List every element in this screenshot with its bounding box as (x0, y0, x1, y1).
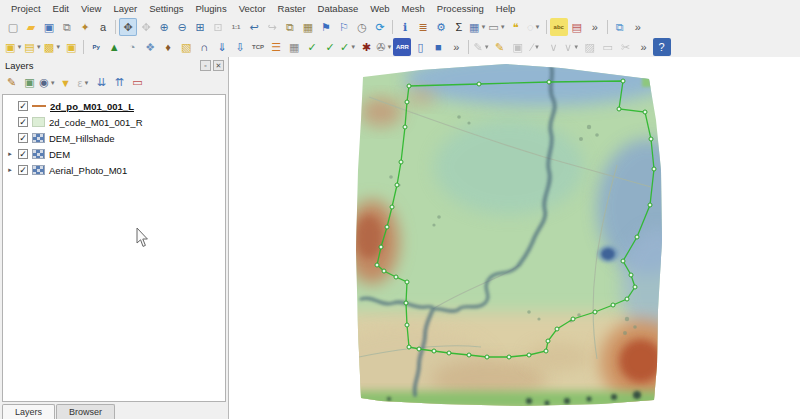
menu-mesh[interactable]: Mesh (396, 2, 431, 15)
menu-web[interactable]: Web (364, 2, 395, 15)
menu-settings[interactable]: Settings (143, 2, 189, 15)
check-geometry-one-button[interactable]: ✓▼ (339, 38, 357, 56)
arr-tool-button[interactable]: ARR (393, 38, 411, 56)
collapse-all-button[interactable]: ⇈ (111, 74, 128, 91)
toolbar-overflow-3-button[interactable]: » (447, 38, 465, 56)
new-spatial-bookmark-button[interactable]: ⚑ (317, 18, 335, 36)
plugin-shield-button[interactable]: ♦ (159, 38, 177, 56)
layer-name[interactable]: 2d_code_M01_001_R (49, 117, 143, 128)
layer-visibility-checkbox[interactable]: ✓ (18, 165, 28, 175)
map-canvas[interactable] (228, 57, 800, 419)
statistical-summary-button[interactable]: ≣ (414, 18, 432, 36)
locator-search-button[interactable]: ◌▼ (525, 18, 543, 36)
attachments-button[interactable]: ✇▼ (375, 38, 393, 56)
zoom-full-extent-button[interactable]: ⊞ (191, 18, 209, 36)
layer-diagram-button[interactable]: ▤ (568, 18, 586, 36)
plugin-arch-button[interactable]: ∩ (195, 38, 213, 56)
menu-layer[interactable]: Layer (107, 2, 143, 15)
menu-help[interactable]: Help (490, 2, 522, 15)
dropdown-arrow-icon[interactable]: ▼ (535, 24, 541, 30)
select-features-button[interactable]: ▣▼ (4, 38, 23, 56)
zoom-in-button[interactable]: ⊕ (155, 18, 173, 36)
float-panel-button[interactable]: ▫ (200, 60, 211, 71)
menu-project[interactable]: Project (5, 2, 47, 15)
blue-panel-tool-button[interactable]: ■ (429, 38, 447, 56)
plugin-terrain-button[interactable]: ▲ (105, 38, 123, 56)
data-source-manager-button[interactable]: ⧉ (611, 18, 629, 36)
zoom-out-button[interactable]: ⊖ (173, 18, 191, 36)
toolbar-overflow-4-button[interactable]: » (635, 38, 653, 56)
zoom-native-button[interactable]: 1:1 (227, 18, 245, 36)
new-map-view-button[interactable]: ⧉ (281, 18, 299, 36)
tab-layers[interactable]: Layers (2, 404, 55, 419)
download-layer-button[interactable]: ⇓ (213, 38, 231, 56)
dropdown-arrow-icon[interactable]: ▼ (55, 44, 61, 50)
tcp-connect-button[interactable]: TCP (249, 38, 267, 56)
add-group-button[interactable]: ▣ (21, 74, 38, 91)
dropdown-arrow-icon[interactable]: ▼ (573, 44, 579, 50)
temporal-controller-button[interactable]: ◷ (353, 18, 371, 36)
layer-name[interactable]: 2d_po_M01_001_L (50, 101, 134, 112)
show-statistics-button[interactable]: Σ (450, 18, 468, 36)
report-document-button[interactable]: ▯ (411, 38, 429, 56)
open-project-button[interactable]: ▰ (22, 18, 40, 36)
map-tips-button[interactable]: ❝ (507, 18, 525, 36)
bug-reporter-button[interactable]: ✱ (357, 38, 375, 56)
layer-row[interactable]: ✓2d_po_M01_001_L (3, 98, 225, 114)
remove-layer-button[interactable]: ▭ (129, 74, 146, 91)
menu-vector[interactable]: Vector (233, 2, 272, 15)
menu-view[interactable]: View (75, 2, 107, 15)
plugin-cube-button[interactable]: ▧ (177, 38, 195, 56)
menu-database[interactable]: Database (312, 2, 365, 15)
toggle-editing-button[interactable]: ✎ (491, 38, 509, 56)
layer-row[interactable]: ✓2d_code_M01_001_R (3, 114, 225, 130)
layer-visibility-checkbox[interactable]: ✓ (18, 133, 28, 143)
dropdown-arrow-icon[interactable]: ▼ (500, 24, 506, 30)
dropdown-arrow-icon[interactable]: ▼ (480, 24, 486, 30)
new-project-button[interactable]: ▢ (4, 18, 22, 36)
menu-raster[interactable]: Raster (272, 2, 312, 15)
select-features-by-value-button[interactable]: ▤▼ (23, 38, 42, 56)
close-panel-button[interactable]: ✕ (213, 60, 224, 71)
zoom-last-button[interactable]: ↩ (245, 18, 263, 36)
dropdown-arrow-icon[interactable]: ▼ (386, 44, 392, 50)
dropdown-arrow-icon[interactable]: ▼ (350, 44, 356, 50)
manage-map-themes-button[interactable]: ◉▼ (39, 74, 56, 91)
tab-browser[interactable]: Browser (56, 404, 115, 419)
processing-toolbox-button[interactable]: ⚙ (432, 18, 450, 36)
import-vector-button[interactable]: ⇩ (231, 38, 249, 56)
dropdown-arrow-icon[interactable]: ▼ (484, 44, 490, 50)
expander-icon[interactable]: ▸ (6, 166, 14, 174)
check-geometry-star-button[interactable]: ✓ (303, 38, 321, 56)
layer-row[interactable]: ▸✓DEM (3, 146, 225, 162)
select-by-location-button[interactable]: ▣ (62, 38, 80, 56)
menu-processing[interactable]: Processing (431, 2, 490, 15)
toolbar-overflow-1-button[interactable]: » (586, 18, 604, 36)
filter-legend-button[interactable]: ▼ (57, 74, 74, 91)
help-button[interactable]: ? (653, 38, 671, 56)
dropdown-arrow-icon[interactable]: ▼ (83, 80, 89, 86)
dropdown-arrow-icon[interactable]: ▼ (50, 80, 56, 86)
layer-name[interactable]: Aerial_Photo_M01 (49, 165, 127, 176)
layer-row[interactable]: ▸✓Aerial_Photo_M01 (3, 162, 225, 178)
symbology-settings-button[interactable]: a (94, 18, 112, 36)
layer-visibility-checkbox[interactable]: ✓ (18, 101, 28, 111)
menu-plugins[interactable]: Plugins (189, 2, 232, 15)
plugin-freehand-button[interactable]: ❖ (141, 38, 159, 56)
layer-visibility-checkbox[interactable]: ✓ (18, 117, 28, 127)
identify-features-button[interactable]: ℹ (396, 18, 414, 36)
save-project-button[interactable]: ▣ (40, 18, 58, 36)
dropdown-arrow-icon[interactable]: ▼ (534, 44, 540, 50)
check-geometry-globe-button[interactable]: ✓ (321, 38, 339, 56)
layer-name[interactable]: DEM (49, 149, 70, 160)
expand-all-button[interactable]: ⇊ (93, 74, 110, 91)
layer-name[interactable]: DEM_Hillshade (49, 133, 114, 144)
show-bookmarks-button[interactable]: ⚐ (335, 18, 353, 36)
expander-icon[interactable]: ▸ (6, 150, 14, 158)
refresh-map-button[interactable]: ⟳ (371, 18, 389, 36)
legend-settings-button[interactable]: ☰ (267, 38, 285, 56)
new-3d-map-view-button[interactable]: ▦ (299, 18, 317, 36)
open-layer-styling-button[interactable]: ✎ (3, 74, 20, 91)
dropdown-arrow-icon[interactable]: ▼ (16, 44, 22, 50)
toolbar-overflow-2-button[interactable]: » (629, 18, 647, 36)
